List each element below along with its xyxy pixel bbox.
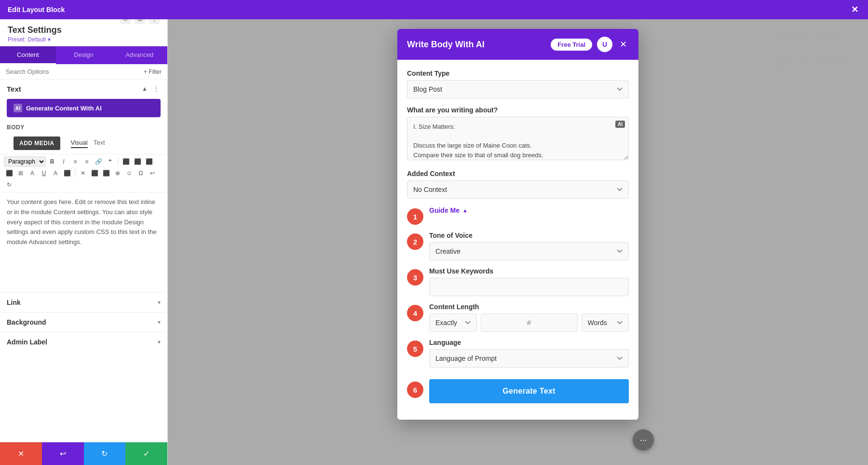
modal-close-btn[interactable]: ✕ [617,39,629,50]
link-chevron-icon: ▾ [158,299,161,306]
left-panel: Text Settings Preset: Default ▾ ⊙ ⊞ ⋮ Co… [0,19,168,465]
modal-header: Write Body With AI Free Trial U ✕ [397,29,638,60]
special-char-btn[interactable]: ⊕ [112,168,123,178]
omega-btn[interactable]: Ω [136,168,146,178]
table-btn[interactable]: ⊞ [15,168,26,178]
clear-btn[interactable]: ✕ [78,168,88,178]
added-context-label: Added Context [407,170,629,178]
keywords-input[interactable] [429,278,629,296]
writing-textarea[interactable]: I. Size Matters: Discuss the large size … [407,117,629,160]
section-controls: ▲ ⋮ [140,84,161,93]
tone-of-voice-select[interactable]: Creative Professional Casual Formal [429,242,629,260]
ai-icon: AI [14,104,22,112]
guide-me-row: Guide Me ▲ [429,206,629,214]
link-btn[interactable]: 🔗 [93,156,104,167]
step-6-generate: 6 Generate Text [407,374,629,403]
admin-label-section[interactable]: Admin Label ▾ [0,332,167,352]
highlight-btn[interactable]: ⬛ [62,168,72,178]
italic-btn[interactable]: I [58,156,69,167]
search-input[interactable] [6,68,140,75]
tab-advanced[interactable]: Advanced [111,46,167,64]
writing-about-group: What are you writing about? I. Size Matt… [407,106,629,162]
generate-content-ai-button[interactable]: AI Generate Content With AI [7,99,161,117]
text-style-btn[interactable]: A [27,168,38,178]
confirm-button[interactable]: ✓ [125,442,167,465]
language-select[interactable]: Language of Prompt English Spanish Frenc… [429,349,629,368]
tab-content[interactable]: Content [0,46,56,64]
length-number-input[interactable] [481,314,578,332]
panel-preset[interactable]: Preset: Default ▾ [8,36,62,43]
added-context-group: Added Context No Context Page Context Cu… [407,170,629,199]
modal-header-right: Free Trial U ✕ [551,37,629,52]
step-5-language: 5 Language Language of Prompt English Sp… [407,339,629,368]
tab-design[interactable]: Design [56,46,112,64]
link-section[interactable]: Link ▾ [0,292,167,312]
paragraph-style-select[interactable]: Paragraph [4,156,46,167]
align-right-btn[interactable]: ⬛ [144,156,154,167]
modal-title: Write Body With AI [407,40,485,50]
outdent-btn[interactable]: ⬛ [101,168,111,178]
writing-textarea-wrapper: I. Size Matters: Discuss the large size … [407,117,629,162]
text-tab[interactable]: Text [94,139,105,148]
step-3-keywords: 3 Must Use Keywords [407,267,629,296]
redo-btn[interactable]: ↻ [4,179,14,190]
text-section-title: Text [7,85,21,93]
panel-icon-1[interactable]: ⊙ [120,19,131,24]
emoji-btn[interactable]: ☺ [124,168,135,178]
content-editor-area[interactable]: Your content goes here. Edit or remove t… [0,192,167,292]
step-4-content: Content Length Exactly At Least At Most … [429,303,629,332]
filter-button[interactable]: + Filter [144,68,162,75]
ul-btn[interactable]: ≡ [70,156,81,167]
align-center-btn[interactable]: ⬛ [132,156,143,167]
step-2-circle: 2 [407,233,423,250]
add-media-button[interactable]: ADD MEDIA [14,137,60,150]
floating-action-button[interactable]: ··· [633,429,654,451]
panel-icon-2[interactable]: ⊞ [135,19,145,24]
section-menu-btn[interactable]: ⋮ [152,84,161,93]
tone-of-voice-label: Tone of Voice [429,232,629,239]
step-2-content: Tone of Voice Creative Professional Casu… [429,232,629,260]
keywords-label: Must Use Keywords [429,267,629,275]
panel-icon-3[interactable]: ⋮ [149,19,160,24]
content-type-label: Content Type [407,69,629,77]
length-type-select[interactable]: Exactly At Least At Most Around [429,314,477,332]
free-trial-badge[interactable]: Free Trial [551,39,592,51]
cancel-button[interactable]: ✕ [0,442,42,465]
added-context-select[interactable]: No Context Page Context Custom Context [407,180,629,199]
color-btn[interactable]: A [50,168,61,178]
ol-btn[interactable]: ≡ [81,156,92,167]
panel-header: Text Settings Preset: Default ▾ ⊙ ⊞ ⋮ [0,19,167,46]
step-5-content: Language Language of Prompt English Span… [429,339,629,368]
align-left-btn[interactable]: ⬛ [121,156,131,167]
background-section[interactable]: Background ▾ [0,312,167,332]
generate-text-button[interactable]: Generate Text [429,379,629,403]
step-3-content: Must Use Keywords [429,267,629,296]
admin-label-title: Admin Label [7,338,47,346]
search-row: + Filter [0,64,167,80]
step-2-tone: 2 Tone of Voice Creative Professional Ca… [407,232,629,260]
justify-btn[interactable]: ⬛ [4,168,14,178]
quote-btn[interactable]: ❝ [105,156,115,167]
indent-btn[interactable]: ⬛ [89,168,100,178]
step-6-content: Generate Text [429,374,629,403]
undo-btn[interactable]: ↩ [147,168,158,178]
guide-me-link[interactable]: Guide Me [429,206,460,214]
ai-badge: AI [615,121,625,128]
underline-btn[interactable]: U [39,168,49,178]
redo-action-button[interactable]: ↻ [84,442,126,465]
length-unit-select[interactable]: Words Sentences Paragraphs [582,314,629,332]
bold-btn[interactable]: B [47,156,57,167]
step-5-circle: 5 [407,341,423,357]
content-type-select[interactable]: Blog Post Article Product Description [407,80,629,98]
center-area: from other feline companions. With remar… [168,19,868,465]
panel-header-icons: ⊙ ⊞ ⋮ [120,19,160,24]
visual-tab[interactable]: Visual [71,139,88,148]
section-collapse-btn[interactable]: ▲ [140,84,149,93]
panel-tabs: Content Design Advanced [0,46,167,64]
undo-action-button[interactable]: ↩ [42,442,84,465]
user-avatar[interactable]: U [597,37,612,52]
top-bar-title: Edit Layout Block [8,6,65,14]
top-bar-close-btn[interactable]: ✕ [849,4,860,15]
step-4-circle: 4 [407,305,423,321]
top-bar: Edit Layout Block ✕ [0,0,868,19]
